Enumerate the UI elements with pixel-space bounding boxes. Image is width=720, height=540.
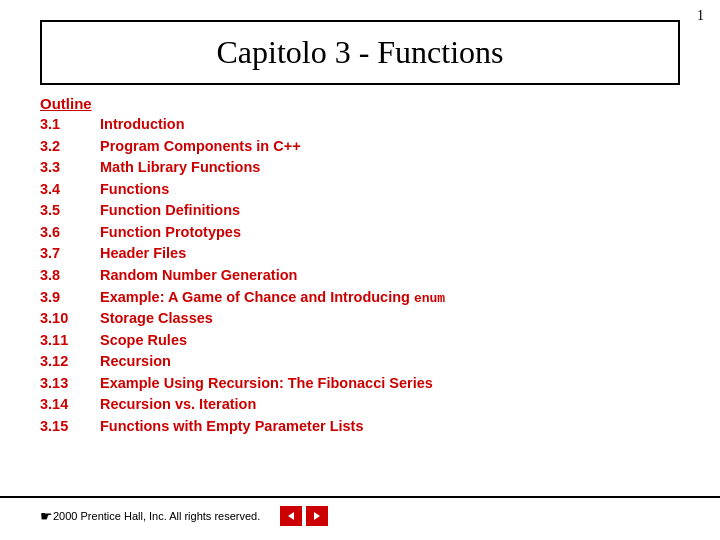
item-number: 3.6 [40, 222, 100, 244]
page-title: Capitolo 3 - Functions [216, 34, 503, 70]
item-label: Storage Classes [100, 308, 680, 330]
prev-button[interactable] [280, 506, 302, 526]
list-item: 3.2Program Components in C++ [40, 136, 680, 158]
outline-heading: Outline [40, 95, 680, 112]
item-label: Math Library Functions [100, 157, 680, 179]
item-number: 3.7 [40, 243, 100, 265]
list-item: 3.15Functions with Empty Parameter Lists [40, 416, 680, 438]
svg-marker-1 [314, 512, 320, 520]
list-item: 3.10Storage Classes [40, 308, 680, 330]
item-label: Function Definitions [100, 200, 680, 222]
list-item: 3.13Example Using Recursion: The Fibonac… [40, 373, 680, 395]
item-number: 3.13 [40, 373, 100, 395]
item-label: Recursion vs. Iteration [100, 394, 680, 416]
item-number: 3.5 [40, 200, 100, 222]
item-label: Scope Rules [100, 330, 680, 352]
hand-icon: ☛ [40, 508, 53, 525]
item-number: 3.9 [40, 287, 100, 309]
next-button[interactable] [306, 506, 328, 526]
item-label: Example: A Game of Chance and Introducin… [100, 287, 680, 309]
item-number: 3.2 [40, 136, 100, 158]
item-number: 3.1 [40, 114, 100, 136]
page-number: 1 [697, 8, 704, 24]
list-item: 3.3Math Library Functions [40, 157, 680, 179]
list-item: 3.14Recursion vs. Iteration [40, 394, 680, 416]
title-box: Capitolo 3 - Functions [40, 20, 680, 85]
footer: ☛ 2000 Prentice Hall, Inc. All rights re… [0, 496, 720, 526]
item-number: 3.12 [40, 351, 100, 373]
outline-table: 3.1Introduction3.2Program Components in … [40, 114, 680, 437]
item-label: Functions [100, 179, 680, 201]
item-number: 3.4 [40, 179, 100, 201]
list-item: 3.4Functions [40, 179, 680, 201]
list-item: 3.11Scope Rules [40, 330, 680, 352]
svg-marker-0 [288, 512, 294, 520]
item-label: Recursion [100, 351, 680, 373]
list-item: 3.9Example: A Game of Chance and Introdu… [40, 287, 680, 309]
item-label: Example Using Recursion: The Fibonacci S… [100, 373, 680, 395]
item-label: Introduction [100, 114, 680, 136]
item-number: 3.10 [40, 308, 100, 330]
item-label: Functions with Empty Parameter Lists [100, 416, 680, 438]
item-label: Function Prototypes [100, 222, 680, 244]
nav-buttons [280, 506, 328, 526]
item-label: Random Number Generation [100, 265, 680, 287]
content-area: Outline 3.1Introduction3.2Program Compon… [40, 95, 680, 437]
list-item: 3.12Recursion [40, 351, 680, 373]
item-label: Program Components in C++ [100, 136, 680, 158]
item-number: 3.15 [40, 416, 100, 438]
list-item: 3.7Header Files [40, 243, 680, 265]
item-number: 3.3 [40, 157, 100, 179]
list-item: 3.1Introduction [40, 114, 680, 136]
item-number: 3.8 [40, 265, 100, 287]
copyright-text: 2000 Prentice Hall, Inc. All rights rese… [53, 510, 260, 522]
list-item: 3.6Function Prototypes [40, 222, 680, 244]
item-number: 3.11 [40, 330, 100, 352]
item-number: 3.14 [40, 394, 100, 416]
list-item: 3.8Random Number Generation [40, 265, 680, 287]
item-label: Header Files [100, 243, 680, 265]
list-item: 3.5Function Definitions [40, 200, 680, 222]
enum-keyword: enum [414, 291, 445, 306]
